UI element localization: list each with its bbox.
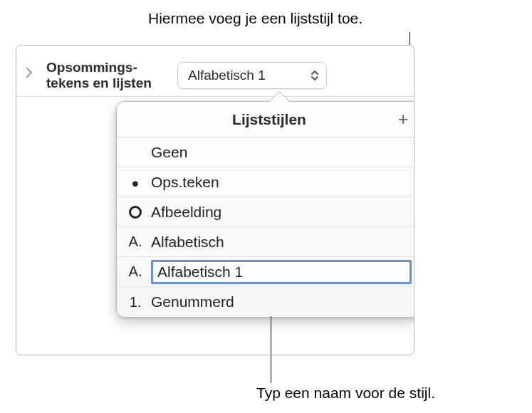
add-list-style-button[interactable]: + bbox=[393, 109, 413, 129]
list-style-marker-icon bbox=[129, 206, 142, 219]
list-style-item[interactable]: 1.Genummerd bbox=[117, 287, 414, 317]
list-style-marker-icon: • bbox=[127, 176, 144, 189]
list-style-item[interactable]: A. bbox=[117, 257, 414, 287]
popover-header: Lijststijlen + bbox=[117, 102, 414, 137]
list-style-item[interactable]: Geen bbox=[117, 137, 414, 167]
plus-icon: + bbox=[397, 110, 408, 128]
bullets-lists-row: Opsommings-tekens en lijsten Alfabetisch… bbox=[16, 46, 414, 97]
list-style-marker-icon: 1. bbox=[127, 294, 144, 310]
disclosure-chevron-icon[interactable] bbox=[24, 67, 35, 78]
list-style-label: Alfabetisch bbox=[151, 234, 412, 251]
bullets-lists-label: Opsommings-tekens en lijsten bbox=[46, 60, 167, 91]
callout-add-style: Hiermee voeg je een lijststijl toe. bbox=[148, 10, 363, 27]
list-style-label: Geen bbox=[151, 144, 412, 161]
list-style-label: Afbeelding bbox=[151, 204, 412, 221]
popover-title: Lijststijlen bbox=[232, 111, 306, 128]
list-style-label: Genummerd bbox=[151, 293, 412, 310]
chevron-up-down-icon bbox=[311, 70, 319, 81]
list-style-popup-button[interactable]: Alfabetisch 1 bbox=[177, 62, 327, 89]
format-panel: Opsommings-tekens en lijsten Alfabetisch… bbox=[16, 45, 414, 355]
list-style-item[interactable]: Afbeelding bbox=[117, 197, 414, 227]
list-style-popup-value: Alfabetisch 1 bbox=[188, 68, 266, 83]
list-style-name-input[interactable] bbox=[151, 260, 412, 284]
list-style-item[interactable]: A.Alfabetisch bbox=[117, 227, 414, 257]
list-style-label: Ops.teken bbox=[151, 174, 412, 191]
callout-type-name: Typ een naam voor de stijl. bbox=[256, 385, 435, 402]
list-styles-popover: Lijststijlen + Geen•Ops.tekenAfbeeldingA… bbox=[116, 101, 414, 318]
list-style-marker-icon: A. bbox=[127, 263, 144, 280]
callout-line-bottom bbox=[271, 316, 271, 383]
list-style-marker-icon: A. bbox=[127, 234, 144, 250]
list-style-item[interactable]: •Ops.teken bbox=[117, 167, 414, 197]
list-style-list: Geen•Ops.tekenAfbeeldingA.AlfabetischA.1… bbox=[117, 137, 414, 317]
